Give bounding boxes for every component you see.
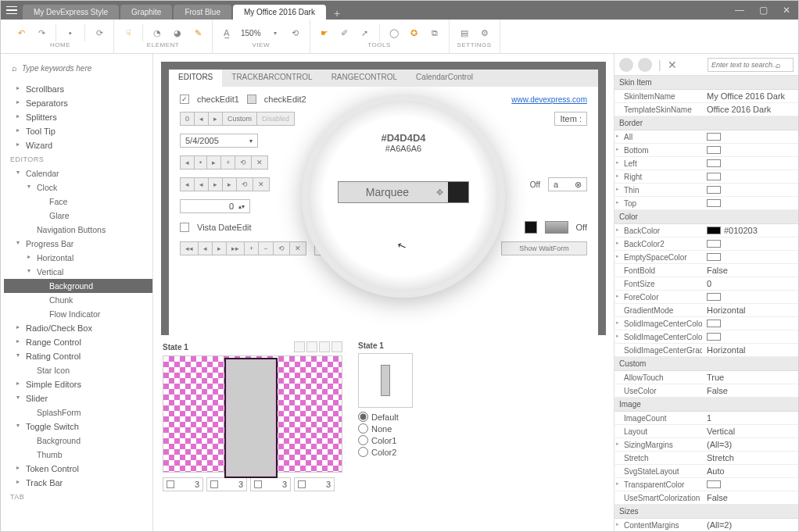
prop-row[interactable]: LayoutVertical <box>614 425 798 438</box>
prop-row[interactable]: ▸BackColor2 <box>614 237 798 251</box>
vista-check[interactable] <box>180 223 189 232</box>
checkbox1[interactable]: ✓ <box>180 95 189 104</box>
tree-scrollbars[interactable]: ▸Scrollbars <box>4 82 152 96</box>
tree-progressbar[interactable]: ▾Progress Bar <box>4 237 152 251</box>
tree-calendar[interactable]: ▾Calendar <box>4 166 152 180</box>
radio-none[interactable]: None <box>358 423 413 434</box>
tree-background[interactable]: Background <box>4 279 152 293</box>
palette-button[interactable] <box>619 58 633 72</box>
tab-office2016dark[interactable]: My Office 2016 Dark <box>233 5 326 20</box>
view-cols-icon[interactable] <box>331 341 342 352</box>
hamburger-icon[interactable] <box>1 1 23 20</box>
prop-row[interactable]: GradientModeHorizontal <box>614 304 798 317</box>
prop-row[interactable]: ▸Top <box>614 197 798 210</box>
gear-icon[interactable]: ⚙ <box>478 27 491 39</box>
prop-search-input[interactable] <box>711 61 776 69</box>
brush2-icon[interactable]: ◕ <box>171 27 184 39</box>
tab-graphite[interactable]: Graphite <box>120 5 172 20</box>
prop-row[interactable]: AllowTouchTrue <box>614 371 798 384</box>
tree-chunk[interactable]: Chunk <box>4 293 152 307</box>
prop-row[interactable]: SolidImageCenterGradientMoHorizontal <box>614 344 798 357</box>
radio-color2[interactable]: Color2 <box>358 446 413 458</box>
prop-group[interactable]: Skin Item <box>614 76 798 90</box>
palette-icon[interactable]: ▤ <box>458 27 471 39</box>
tree-vertical[interactable]: ▾Vertical <box>4 265 152 279</box>
prop-group[interactable]: Image <box>614 398 798 412</box>
tab-add[interactable]: + <box>328 7 346 20</box>
prop-row[interactable]: ▸SolidImageCenterColor <box>614 317 798 330</box>
radio-default[interactable]: Default <box>358 411 413 423</box>
marquee-bar[interactable]: Marquee ✥ <box>338 181 469 203</box>
save-icon[interactable]: ▪ <box>64 27 77 39</box>
tree-tooltip[interactable]: ▸Tool Tip <box>4 124 152 138</box>
link-devexpress[interactable]: www.devexpress.com <box>511 95 587 104</box>
prop-group[interactable]: Sizes <box>614 505 798 519</box>
tree-search-input[interactable] <box>22 64 142 73</box>
tree-slider[interactable]: ▾Slider <box>4 391 152 405</box>
view-buttons[interactable] <box>294 341 342 352</box>
radio-color1[interactable]: Color1 <box>358 434 413 446</box>
prop-row[interactable]: ▸EmptySpaceColor <box>614 251 798 264</box>
tree-ts-background[interactable]: Background <box>4 434 152 448</box>
nav-strip3[interactable]: ◂◂◂▸▸▸ +−⟲✕ <box>180 241 306 255</box>
state1-thumb[interactable] <box>358 353 413 408</box>
circle-icon[interactable]: ◯ <box>388 27 400 39</box>
tree-glare[interactable]: Glare <box>4 209 152 223</box>
prop-row[interactable]: SvgStateLayoutAuto <box>614 465 798 478</box>
prop-row[interactable]: ▸Right <box>614 170 798 184</box>
prop-row[interactable]: ▸ForeColor <box>614 291 798 304</box>
tree-simpleeditors[interactable]: ▸Simple Editors <box>4 377 152 391</box>
color-swatch-black[interactable] <box>525 221 537 234</box>
margin-bottom[interactable]: 3 <box>294 477 335 491</box>
prop-group[interactable]: Border <box>614 116 798 130</box>
tree-clock[interactable]: ▾Clock <box>4 180 152 195</box>
tree-trackbar[interactable]: ▸Track Bar <box>4 476 152 490</box>
tree-horizontal[interactable]: ▸Horizontal <box>4 251 152 265</box>
prop-group[interactable]: Color <box>614 210 798 224</box>
num-input[interactable]: 0▴▾ <box>180 199 250 213</box>
tree-rangecontrol[interactable]: ▸Range Control <box>4 335 152 349</box>
maximize-icon[interactable]: ▢ <box>751 1 775 20</box>
world-button[interactable] <box>638 58 652 72</box>
tree-radiocheck[interactable]: ▸Radio/Check Box <box>4 321 152 335</box>
tab-mystyle[interactable]: My DevExpress Style <box>23 5 119 20</box>
margin-top[interactable]: 3 <box>250 477 291 491</box>
zoom-dropdown-icon[interactable]: ▾ <box>269 27 281 39</box>
brush1-icon[interactable]: ◔ <box>151 27 163 39</box>
pvtab-editors[interactable]: EDITORS <box>169 70 222 87</box>
pvtab-range[interactable]: RANGECONTROL <box>322 70 407 87</box>
prop-group[interactable]: Custom <box>614 357 798 371</box>
prop-row[interactable]: UseColorFalse <box>614 384 798 398</box>
prop-row[interactable]: ▸SolidImageCenterColor2 <box>614 330 798 344</box>
item-box[interactable]: Item : <box>554 112 587 126</box>
tree-staricon[interactable]: Star Icon <box>4 363 152 377</box>
prop-row[interactable]: ▸All <box>614 130 798 144</box>
pointer-icon[interactable]: ☟ <box>122 27 134 39</box>
prop-row[interactable]: ▸SizingMargins(All=3) <box>614 438 798 452</box>
prop-row[interactable]: ▸Left <box>614 157 798 170</box>
prop-row[interactable]: ▸TransparentColor <box>614 478 798 491</box>
arrow-icon[interactable]: ➚ <box>359 27 371 39</box>
tree-navbuttons[interactable]: Navigation Buttons <box>4 223 152 237</box>
nav-strip2[interactable]: ◂◂▸ ▸⟲✕ <box>180 177 270 191</box>
copy-icon[interactable]: ⧉ <box>428 27 441 39</box>
prop-row[interactable]: SkinItemNameMy Office 2016 Dark <box>614 90 798 103</box>
margin-left[interactable]: 3 <box>163 477 203 491</box>
search-icon[interactable]: ✪ <box>408 27 421 39</box>
waitform-button[interactable]: Show WaitForm <box>501 241 587 255</box>
prop-row[interactable]: FontBoldFalse <box>614 264 798 277</box>
progress-bar-preview[interactable] <box>224 358 278 478</box>
tree-ratingcontrol[interactable]: ▾Rating Control <box>4 349 152 363</box>
tree-splitters[interactable]: ▸Splitters <box>4 110 152 124</box>
tree-face[interactable]: Face <box>4 195 152 209</box>
prop-row[interactable]: ▸Bottom <box>614 144 798 157</box>
eyedropper-icon[interactable]: ✐ <box>339 27 351 39</box>
color-swatch-gray[interactable] <box>545 221 568 234</box>
refresh-icon[interactable]: ⟳ <box>93 27 106 39</box>
prop-row[interactable]: UseSmartColorizationFalse <box>614 491 798 505</box>
state1-canvas[interactable] <box>163 355 342 473</box>
nav-strip[interactable]: ◂•▸ +⟲✕ <box>180 155 268 170</box>
pvtab-calendar[interactable]: CalendarControl <box>407 70 482 87</box>
minimize-icon[interactable]: — <box>728 1 751 20</box>
pvtab-trackbar[interactable]: TRACKBARCONTROL <box>222 70 321 87</box>
